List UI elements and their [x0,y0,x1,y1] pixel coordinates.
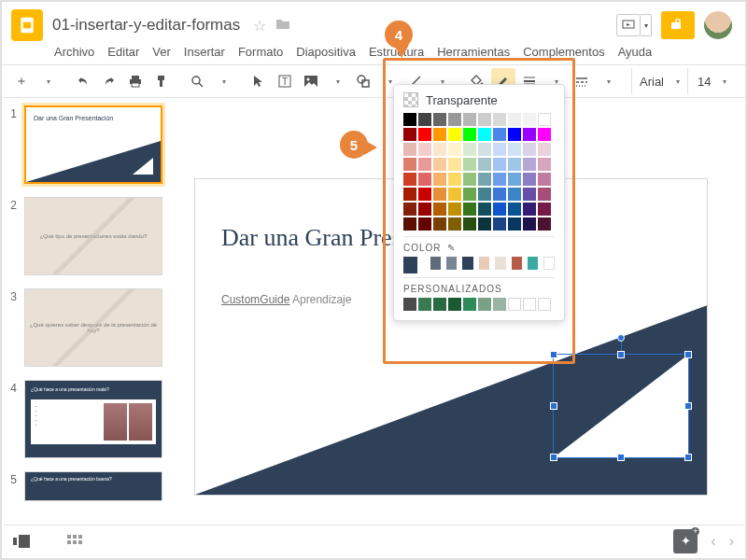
color-swatch[interactable] [448,128,461,141]
shape-tool[interactable] [351,68,375,94]
color-swatch[interactable] [508,203,521,216]
rotate-handle[interactable] [617,334,625,342]
theme-swatch[interactable] [403,257,417,273]
present-caret[interactable]: ▾ [641,14,652,36]
theme-swatch[interactable] [479,257,489,270]
theme-swatch[interactable] [512,257,522,270]
font-size-selector[interactable]: 14▾ [690,68,734,94]
color-swatch[interactable] [508,113,521,126]
color-swatch[interactable] [478,113,491,126]
color-swatch[interactable] [538,188,551,201]
color-swatch[interactable] [403,143,416,156]
color-swatch[interactable] [463,113,476,126]
menu-herramientas[interactable]: Herramientas [437,45,510,59]
menu-archivo[interactable]: Archivo [54,45,94,59]
color-swatch[interactable] [448,188,461,201]
next-arrow-icon[interactable]: › [729,533,734,550]
theme-swatch[interactable] [543,257,555,270]
textbox-tool[interactable]: T [273,68,297,94]
color-swatch[interactable] [433,143,446,156]
custom-swatch[interactable] [538,298,551,311]
color-swatch[interactable] [538,143,551,156]
menu-ayuda[interactable]: Ayuda [618,45,653,59]
custom-swatch[interactable] [433,298,446,311]
star-icon[interactable]: ☆ [253,17,266,35]
slide-thumb-5[interactable]: ¿Qué hace a una presentación buena? [24,471,162,501]
color-swatch[interactable] [538,128,551,141]
color-swatch[interactable] [448,113,461,126]
color-swatch[interactable] [418,128,431,141]
resize-handle[interactable] [550,402,557,410]
share-button[interactable] [661,11,695,39]
color-swatch[interactable] [418,158,431,171]
color-swatch[interactable] [523,143,536,156]
color-swatch[interactable] [418,188,431,201]
color-swatch[interactable] [538,173,551,186]
menu-diapositiva[interactable]: Diapositiva [296,45,356,59]
color-swatch[interactable] [463,128,476,141]
color-swatch[interactable] [403,173,416,186]
border-dash-caret[interactable]: ▾ [596,68,620,94]
color-swatch[interactable] [463,188,476,201]
grid-view-icon[interactable] [67,535,82,548]
color-swatch[interactable] [433,203,446,216]
color-swatch[interactable] [478,203,491,216]
color-swatch[interactable] [463,143,476,156]
print-button[interactable] [123,68,148,94]
color-swatch[interactable] [493,143,506,156]
theme-swatch[interactable] [462,257,472,270]
explore-button[interactable]: ✦ [673,529,698,553]
selected-shape[interactable] [554,355,688,457]
color-swatch[interactable] [448,217,461,231]
color-swatch[interactable] [478,158,491,171]
menu-insertar[interactable]: Insertar [184,45,225,59]
slide-thumb-1[interactable]: Dar una Gran Presentación [24,105,162,184]
custom-swatch[interactable] [463,298,476,311]
color-swatch[interactable] [448,173,461,186]
resize-handle[interactable] [617,454,625,461]
undo-button[interactable] [71,68,95,94]
color-swatch[interactable] [433,128,446,141]
color-swatch[interactable] [478,173,491,186]
custom-swatch[interactable] [508,298,521,311]
color-swatch[interactable] [538,158,551,171]
color-swatch[interactable] [523,158,536,171]
color-swatch[interactable] [403,158,416,171]
color-swatch[interactable] [508,143,521,156]
color-swatch[interactable] [433,188,446,201]
custom-swatch[interactable] [523,298,536,311]
resize-handle[interactable] [550,454,557,461]
color-swatch[interactable] [433,158,446,171]
color-swatch[interactable] [508,173,521,186]
zoom-button[interactable] [185,68,209,94]
prev-arrow-icon[interactable]: ‹ [711,533,715,550]
custom-swatch[interactable] [403,298,416,311]
color-swatch[interactable] [463,158,476,171]
color-swatch[interactable] [403,217,416,231]
resize-handle[interactable] [684,402,692,410]
redo-button[interactable] [97,68,121,94]
color-swatch[interactable] [493,173,506,186]
border-dash-button[interactable] [570,68,594,94]
custom-swatch[interactable] [478,298,491,311]
color-swatch[interactable] [523,188,536,201]
color-swatch[interactable] [508,128,521,141]
user-avatar[interactable] [704,11,732,39]
menu-formato[interactable]: Formato [238,45,283,59]
color-swatch[interactable] [418,173,431,186]
theme-swatch[interactable] [446,257,457,270]
color-swatch[interactable] [463,173,476,186]
custom-swatch[interactable] [418,298,431,311]
color-swatch[interactable] [538,217,551,231]
color-swatch[interactable] [523,113,536,126]
document-title[interactable]: 01-insertar-y-editar-formas [52,16,240,35]
resize-handle[interactable] [617,351,625,358]
present-button[interactable]: ▾ [616,14,652,36]
color-swatch[interactable] [463,217,476,231]
color-swatch[interactable] [493,188,506,201]
color-swatch[interactable] [418,203,431,216]
new-slide-caret[interactable]: ▾ [35,68,60,94]
color-swatch[interactable] [448,203,461,216]
color-swatch[interactable] [478,128,491,141]
color-swatch[interactable] [493,128,506,141]
